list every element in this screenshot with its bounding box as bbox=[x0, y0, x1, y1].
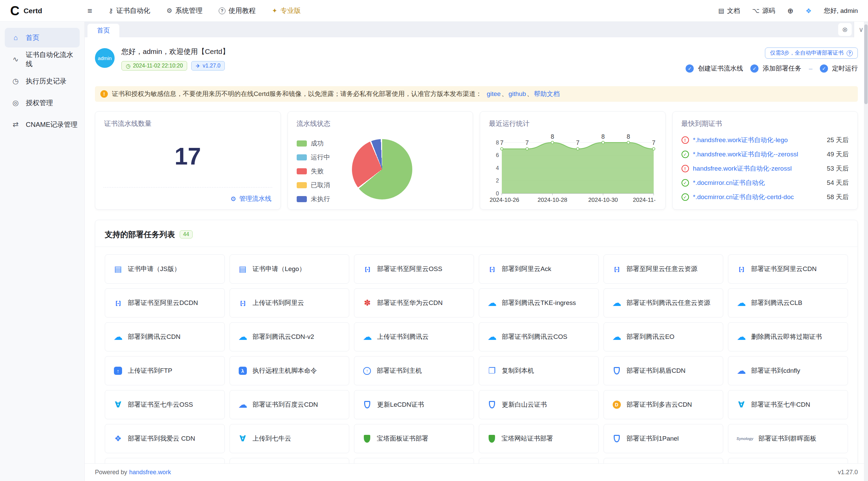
task-card[interactable]: 宝塔网站证书部署 bbox=[479, 424, 599, 453]
user-greeting[interactable]: 您好, admin bbox=[824, 6, 858, 15]
task-card[interactable]: 宝塔面板证书部署 bbox=[354, 424, 474, 453]
tencent-cloud-icon: ☁ bbox=[736, 332, 746, 342]
panel-header: 支持的部署任务列表 44 bbox=[105, 228, 848, 241]
alert-link[interactable]: 帮助文档 bbox=[534, 90, 559, 97]
huawei-icon: ✽ bbox=[362, 299, 372, 307]
task-label: 部署证书至七牛云OSS bbox=[128, 400, 193, 409]
sidebar-item[interactable]: ⌂首页 bbox=[5, 28, 80, 47]
legend-label: 未执行 bbox=[311, 195, 330, 204]
scrollbar-track[interactable] bbox=[864, 22, 868, 481]
task-card[interactable]: ↑部署证书到主机 bbox=[354, 356, 474, 385]
theme-icon[interactable]: ❖ bbox=[806, 7, 812, 15]
task-card[interactable]: ☁部署证书到腾讯云任意云资源 bbox=[604, 288, 724, 318]
task-card[interactable]: [-]部署证书至阿里云CDN bbox=[728, 254, 848, 284]
svg-text:8: 8 bbox=[627, 133, 630, 140]
cert-link[interactable]: handsfree.work证书自动化-zerossl bbox=[693, 164, 819, 173]
docs-link[interactable]: ▤ 文档 bbox=[718, 6, 740, 15]
menu-item[interactable]: ?使用教程 bbox=[219, 6, 256, 15]
task-card[interactable]: ☁部署证书到cdnfly bbox=[728, 356, 848, 385]
globe-icon[interactable]: ⊕ bbox=[787, 7, 793, 15]
task-card[interactable]: [-]部署证书至阿里云DCDN bbox=[105, 288, 225, 318]
task-card[interactable]: ☁部署到腾讯云TKE-ingress bbox=[479, 288, 599, 318]
task-card[interactable]: ☁上传证书到腾讯云 bbox=[354, 322, 474, 351]
sidebar-item-label: CNAME记录管理 bbox=[26, 120, 77, 129]
task-card[interactable]: ☁部署到腾讯云CDN-v2 bbox=[230, 322, 350, 351]
cert-link[interactable]: *.docmirror.cn证书自动化 bbox=[693, 178, 819, 187]
cert-link[interactable]: *.docmirror.cn证书自动化-certd-doc bbox=[693, 193, 819, 201]
sidebar-item[interactable]: ⇄CNAME记录管理 bbox=[5, 115, 80, 134]
alert-link[interactable]: github bbox=[509, 90, 526, 97]
task-card[interactable]: ☁部署证书到百度云CDN bbox=[230, 390, 350, 419]
task-card[interactable]: ☁部署到腾讯云EO bbox=[604, 322, 724, 351]
legend-item[interactable]: 未执行 bbox=[297, 195, 330, 204]
legend-item[interactable]: 运行中 bbox=[297, 153, 330, 162]
days-remaining: 58 天后 bbox=[827, 193, 849, 201]
cert-link[interactable]: *.handsfree.work证书自动化-lego bbox=[693, 136, 819, 145]
task-card[interactable]: ▤证书申请（JS版） bbox=[105, 254, 225, 284]
quick-step-label: 添加部署任务 bbox=[763, 64, 801, 73]
task-card[interactable]: [-]上传证书到阿里云 bbox=[230, 288, 350, 318]
cert-icon: ▤ bbox=[238, 265, 248, 273]
task-card[interactable]: ∀部署证书至七牛CDN bbox=[728, 390, 848, 419]
menu-item[interactable]: ⚷证书自动化 bbox=[108, 6, 150, 15]
sidebar-item[interactable]: ∿证书自动化流水线 bbox=[5, 50, 80, 69]
svg-text:7: 7 bbox=[576, 139, 579, 146]
task-label: 部署到阿里云Ack bbox=[502, 265, 551, 273]
task-label: 部署到腾讯云EO bbox=[627, 332, 674, 341]
task-card[interactable]: 部署证书到1Panel bbox=[604, 424, 724, 453]
task-card[interactable]: [-]部署至阿里云任意云资源 bbox=[604, 254, 724, 284]
task-card[interactable]: D部署证书到多吉云CDN bbox=[604, 390, 724, 419]
task-card[interactable]: ☁部署证书到腾讯云COS bbox=[479, 322, 599, 351]
cert-link[interactable]: *.handsfree.work证书自动化--zerossl bbox=[693, 150, 819, 159]
pipeline-status-card: 流水线状态 成功运行中失败已取消未执行 bbox=[288, 111, 473, 210]
svg-text:2024-10-28: 2024-10-28 bbox=[538, 197, 567, 203]
close-tabs-button[interactable]: ⊗ bbox=[838, 23, 852, 36]
legend-item[interactable]: 失败 bbox=[297, 167, 330, 176]
task-card[interactable]: ☁删除腾讯云即将过期证书 bbox=[728, 322, 848, 351]
svg-text:7: 7 bbox=[526, 139, 529, 146]
task-card[interactable]: ∀上传到七牛云 bbox=[230, 424, 350, 453]
task-card[interactable]: ❖部署证书到我爱云 CDN bbox=[105, 424, 225, 453]
task-card[interactable]: ☁部署到腾讯云CLB bbox=[728, 288, 848, 318]
handsfree-link[interactable]: handsfree.work bbox=[129, 469, 171, 476]
task-card[interactable]: ▤证书申请（Lego） bbox=[230, 254, 350, 284]
sidebar-item[interactable]: ◷执行历史记录 bbox=[5, 71, 80, 91]
warning-icon: ! bbox=[100, 90, 108, 98]
task-card[interactable]: ✽部署证书至华为云CDN bbox=[354, 288, 474, 318]
scrollbar-thumb[interactable] bbox=[864, 24, 868, 104]
tab-home[interactable]: 首页 bbox=[87, 24, 119, 37]
alert-link[interactable]: gitee bbox=[487, 90, 500, 97]
task-card[interactable]: Synology部署证书到群晖面板 bbox=[728, 424, 848, 453]
aliyun-icon: [-] bbox=[612, 266, 622, 272]
home-icon: ⌂ bbox=[12, 34, 20, 42]
task-card[interactable]: ☁部署到腾讯云CDN bbox=[105, 322, 225, 351]
aliyun-icon: [-] bbox=[113, 300, 123, 306]
task-card[interactable]: 更新白山云证书 bbox=[479, 390, 599, 419]
task-label: 复制到本机 bbox=[502, 366, 534, 375]
source-link[interactable]: ⌥ 源码 bbox=[752, 6, 775, 15]
menu-item[interactable]: ⚙系统管理 bbox=[166, 6, 202, 15]
task-card[interactable]: 更新LeCDN证书 bbox=[354, 390, 474, 419]
task-card[interactable]: ❐复制到本机 bbox=[479, 356, 599, 385]
sidebar-item[interactable]: ◎授权管理 bbox=[5, 93, 80, 113]
task-label: 部署证书到百度云CDN bbox=[253, 400, 318, 409]
legend-item[interactable]: 已取消 bbox=[297, 181, 330, 190]
menu-item[interactable]: ✦专业版 bbox=[272, 6, 301, 15]
expiring-cert-row: ✓*.docmirror.cn证书自动化54 天后 bbox=[682, 176, 849, 190]
task-card[interactable]: [-]部署证书至阿里云OSS bbox=[354, 254, 474, 284]
quick-steps-badge[interactable]: 仅需3步，全自动申请部署证书 ? bbox=[765, 47, 858, 59]
collapse-menu-icon[interactable]: ≡ bbox=[87, 6, 92, 16]
task-card[interactable]: [-]部署到阿里云Ack bbox=[479, 254, 599, 284]
task-label: 部署到腾讯云TKE-ingress bbox=[502, 299, 576, 307]
legend-item[interactable]: 成功 bbox=[297, 139, 330, 148]
task-card[interactable]: 部署证书到易盾CDN bbox=[604, 356, 724, 385]
manage-pipelines-link[interactable]: ⚙ 管理流水线 bbox=[230, 194, 271, 203]
task-label: 部署证书至七牛CDN bbox=[751, 400, 810, 409]
task-grid: ▤证书申请（JS版）▤证书申请（Lego）[-]部署证书至阿里云OSS[-]部署… bbox=[105, 254, 848, 481]
step-separator: – bbox=[809, 65, 812, 72]
task-card[interactable]: ↑上传证书到FTP bbox=[105, 356, 225, 385]
legend-swatch bbox=[297, 182, 307, 188]
task-card[interactable]: ∀部署证书至七牛云OSS bbox=[105, 390, 225, 419]
task-card[interactable]: λ执行远程主机脚本命令 bbox=[230, 356, 350, 385]
deploy-tasks-panel: 支持的部署任务列表 44 ▤证书申请（JS版）▤证书申请（Lego）[-]部署证… bbox=[95, 220, 858, 481]
